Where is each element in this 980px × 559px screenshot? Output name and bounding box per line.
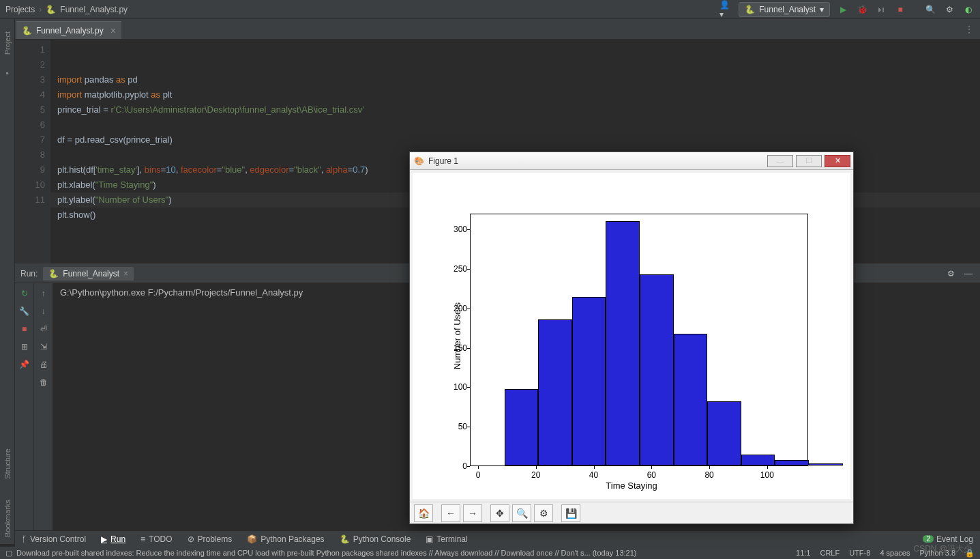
subplots-icon[interactable]: ⚙ — [534, 504, 553, 522]
chart-xtick: 40 — [589, 470, 598, 480]
encoding[interactable]: UTF-8 — [849, 549, 870, 558]
more-icon[interactable]: ⋮ — [958, 25, 980, 34]
run-process-tab[interactable]: 🐍 Funnel_Analyst × — [43, 267, 134, 281]
chart-bar — [809, 463, 843, 465]
up-icon[interactable]: ↑ — [42, 289, 46, 298]
tool-vcs[interactable]: ᚶ Version Control — [22, 534, 86, 544]
run-actions-col1: ↻ 🔧 ■ ⊞ 📌 — [15, 283, 34, 532]
editor-tab[interactable]: 🐍 Funnel_Analyst.py × — [16, 21, 121, 39]
chart-xtick: 20 — [531, 470, 540, 480]
line-sep[interactable]: CRLF — [820, 549, 840, 558]
wrap-icon[interactable]: ⏎ — [40, 324, 47, 334]
chart-ytick: 100 — [447, 382, 467, 392]
add-user-icon[interactable]: 👤▾ — [719, 3, 732, 16]
rail-bookmarks-tab[interactable]: Bookmarks — [3, 500, 12, 537]
breadcrumb-root[interactable]: Projects — [5, 5, 35, 14]
tool-eventlog[interactable]: 2 Event Log — [923, 534, 973, 544]
chart-xtick: 80 — [704, 470, 713, 480]
tool-run[interactable]: ▶ Run — [101, 534, 125, 544]
debug-icon[interactable]: 🐞 — [856, 3, 868, 16]
breadcrumb-file[interactable]: Funnel_Analyst.py — [60, 5, 128, 14]
caret-position[interactable]: 11:1 — [796, 549, 810, 558]
rail-project-tab[interactable]: Project — [3, 31, 12, 55]
chart-bar — [775, 460, 809, 465]
top-navbar: Projects › 🐍 Funnel_Analyst.py 👤▾ 🐍 Funn… — [0, 0, 980, 19]
indent[interactable]: 4 spaces — [880, 549, 910, 558]
maximize-button[interactable]: ☐ — [796, 155, 822, 167]
chart-ytick: 300 — [447, 225, 467, 234]
stop-icon[interactable]: ■ — [22, 324, 27, 334]
settings-icon[interactable]: ⚙ — [943, 3, 955, 16]
chart-xtick: 60 — [647, 470, 656, 480]
figure-canvas: Number of Users Time Staying 05010015020… — [413, 173, 850, 499]
chevron-down-icon: ▾ — [820, 5, 824, 14]
chart-bar — [505, 389, 539, 465]
tool-packages[interactable]: 📦 Python Packages — [247, 534, 324, 544]
trash-icon[interactable]: 🗑 — [40, 377, 48, 387]
run-config-selector[interactable]: 🐍 Funnel_Analyst ▾ — [739, 2, 830, 17]
chart-ytick: 50 — [447, 422, 467, 431]
forward-icon[interactable]: → — [463, 504, 482, 522]
tool-console[interactable]: 🐍 Python Console — [340, 534, 411, 544]
chart-xtick: 0 — [476, 470, 481, 480]
close-button[interactable]: ✕ — [825, 155, 850, 167]
save-icon[interactable]: 💾 — [561, 504, 580, 522]
run-config-label: Funnel_Analyst — [759, 5, 816, 14]
scroll-icon[interactable]: ⇲ — [40, 342, 47, 352]
run-tab-label: Funnel_Analyst — [63, 269, 119, 278]
chart-bar — [572, 297, 606, 465]
rail-structure-tab[interactable]: Structure — [3, 448, 12, 479]
chart-xlabel: Time Staying — [606, 481, 657, 491]
breadcrumb-sep: › — [39, 5, 42, 14]
stop-icon[interactable]: ■ — [894, 3, 906, 16]
gear-icon[interactable]: ⚙ — [945, 268, 957, 280]
layout-icon[interactable]: ⊞ — [21, 342, 28, 352]
status-bar: ▢ Download pre-built shared indexes: Red… — [0, 547, 980, 559]
chart-bar — [606, 221, 640, 465]
pin-icon[interactable]: 📌 — [19, 360, 29, 369]
chart-ytick: 150 — [447, 343, 467, 353]
chart-bar — [674, 334, 708, 465]
down-icon[interactable]: ↓ — [42, 306, 46, 316]
close-icon[interactable]: × — [123, 269, 128, 278]
python-icon: 🐍 — [46, 5, 56, 14]
python-icon: 🐍 — [745, 5, 755, 14]
python-icon: 🐍 — [48, 269, 59, 278]
tool-todo[interactable]: ≡ TODO — [140, 534, 172, 544]
chart-xtick: 100 — [760, 470, 774, 480]
run-output-line: G:\Python\python.exe F:/Pycharm/Projects… — [60, 287, 303, 298]
chart-bar — [741, 455, 775, 465]
chart-bar — [707, 401, 741, 465]
back-icon[interactable]: ← — [441, 504, 460, 522]
wrench-icon[interactable]: 🔧 — [19, 306, 29, 316]
minimize-button[interactable]: — — [767, 155, 793, 167]
search-icon[interactable]: 🔍 — [924, 3, 936, 16]
chart-bar — [538, 319, 572, 465]
chart-plot-area — [470, 214, 808, 466]
hide-icon[interactable]: — — [962, 268, 975, 280]
python-icon: 🐍 — [22, 26, 32, 35]
tool-problems[interactable]: ⊘ Problems — [188, 534, 233, 544]
editor-tab-row: 🐍 Funnel_Analyst.py × ⋮ — [0, 19, 980, 40]
tool-terminal[interactable]: ▣ Terminal — [426, 534, 467, 544]
rerun-icon[interactable]: ↻ — [21, 289, 28, 298]
close-icon[interactable]: × — [110, 25, 116, 36]
matplotlib-figure-window[interactable]: 🎨 Figure 1 — ☐ ✕ Number of Users Time St… — [409, 152, 854, 524]
figure-toolbar: 🏠 ← → ✥ 🔍 ⚙ 💾 — [410, 502, 853, 524]
run-panel-title: Run: — [20, 269, 38, 278]
home-icon[interactable]: 🏠 — [414, 504, 433, 522]
zoom-icon[interactable]: 🔍 — [512, 504, 531, 522]
print-icon[interactable]: 🖨 — [40, 360, 48, 369]
figure-title: Figure 1 — [428, 156, 458, 166]
figure-titlebar[interactable]: 🎨 Figure 1 — ☐ ✕ — [410, 152, 853, 170]
watermark: CSDN @冯大少 — [913, 543, 972, 555]
chart-ytick: 0 — [447, 461, 467, 471]
pan-icon[interactable]: ✥ — [490, 504, 509, 522]
play-wheel-icon[interactable]: ◐ — [962, 3, 975, 16]
coverage-icon[interactable]: ⏯ — [875, 3, 887, 16]
status-message[interactable]: ▢ Download pre-built shared indexes: Red… — [5, 549, 637, 558]
run-icon[interactable]: ▶ — [837, 3, 849, 16]
chart-ytick: 200 — [447, 304, 467, 313]
breadcrumb[interactable]: Projects › 🐍 Funnel_Analyst.py — [5, 5, 128, 14]
folder-icon[interactable]: ▪ — [5, 68, 8, 78]
